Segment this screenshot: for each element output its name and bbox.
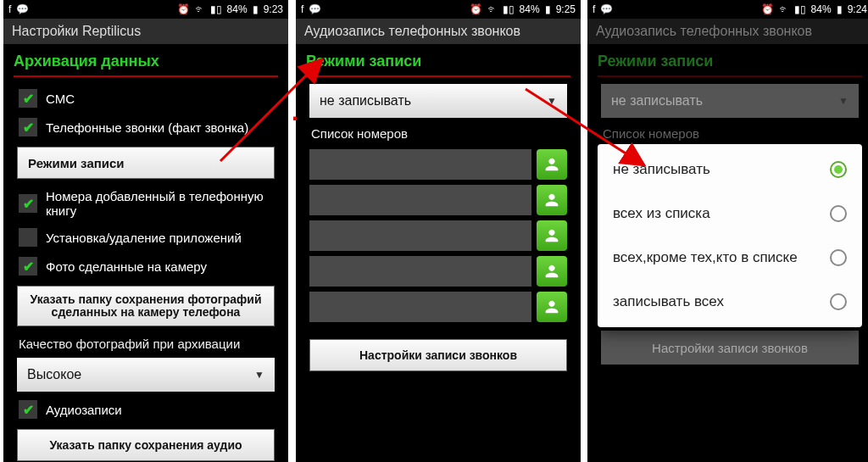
checkmark-icon: ✔ (19, 400, 37, 419)
radio-icon (830, 205, 847, 222)
number-row (309, 292, 567, 322)
checkbox-label: Аудиозаписи (46, 403, 122, 417)
option-label: всех из списка (613, 205, 710, 222)
number-input[interactable] (309, 292, 531, 322)
checkmark-icon: ✔ (19, 257, 37, 276)
facebook-icon: f (593, 3, 595, 15)
signal-icon: ▮▯ (503, 3, 515, 15)
section-title: Режими записи (296, 44, 581, 75)
number-input[interactable] (309, 256, 531, 287)
number-input[interactable] (309, 149, 531, 180)
select-value: не записывать (320, 93, 411, 109)
record-mode-popup: не записывать всех из списка всех,кроме … (598, 144, 862, 327)
pick-contact-button[interactable] (537, 292, 567, 322)
facebook-icon: f (301, 3, 303, 15)
button-label: Настройки записи звонков (652, 341, 808, 355)
chat-icon: 💬 (600, 3, 613, 15)
section-title: Архивация данных (3, 44, 288, 75)
pick-contact-button[interactable] (537, 256, 567, 287)
facebook-icon: f (8, 3, 11, 15)
radio-icon (830, 293, 847, 310)
alarm-icon: ⏰ (470, 3, 482, 15)
battery-text: 84% (520, 3, 540, 15)
number-row (309, 149, 567, 180)
checkbox-calls[interactable]: ✔ Телефонные звонки (факт звонка) (3, 113, 288, 142)
contact-icon (542, 226, 561, 245)
battery-icon: ▮ (545, 3, 551, 15)
contact-icon (542, 262, 561, 281)
checkmark-icon: ✔ (19, 118, 37, 136)
chevron-down-icon: ▼ (254, 369, 264, 381)
radio-icon (830, 249, 847, 266)
number-input[interactable] (309, 185, 531, 215)
app-title: Аудиозапись телефонных звонков (296, 19, 581, 44)
audio-folder-button[interactable]: Указать папку сохранения аудио (17, 429, 275, 461)
option-label: всех,кроме тех,кто в списке (613, 249, 798, 266)
number-row (309, 220, 567, 251)
battery-text: 84% (811, 3, 832, 15)
wifi-icon: ᯤ (487, 3, 498, 15)
quality-select[interactable]: Высокое ▼ (17, 358, 275, 392)
alarm-icon: ⏰ (177, 3, 190, 15)
number-row (309, 256, 567, 287)
photo-folder-button[interactable]: Указать папку сохранения фотографий сдел… (17, 286, 275, 326)
checkbox-audio[interactable]: ✔ Аудиозаписи (3, 395, 288, 424)
call-settings-button[interactable]: Настройки записи звонков (601, 331, 859, 365)
app-title: Аудиозапись телефонных звонков (587, 19, 868, 44)
status-bar: f 💬 ⏰ ᯤ ▮▯ 84% ▮ 9:23 (3, 0, 288, 19)
divider (306, 75, 570, 77)
checkmark-icon: ✔ (19, 194, 37, 213)
battery-icon: ▮ (253, 3, 259, 15)
button-label: Указать папку сохранения фотографий сдел… (28, 293, 264, 320)
option-record-all[interactable]: записывать всех (598, 280, 862, 324)
button-label: Указать папку сохранения аудио (49, 438, 242, 452)
option-label: записывать всех (613, 293, 724, 310)
section-title: Режими записи (587, 44, 868, 75)
signal-icon: ▮▯ (794, 3, 806, 15)
status-bar: f 💬 ⏰ ᯤ ▮▯ 84% ▮ 9:25 (296, 0, 581, 19)
checkbox-apps[interactable]: ✔ Установка/удаление приложений (3, 223, 288, 252)
checkbox-label: Установка/удаление приложений (46, 231, 242, 245)
phone-screen-2: f 💬 ⏰ ᯤ ▮▯ 84% ▮ 9:25 Аудиозапись телефо… (296, 0, 581, 462)
clock: 9:24 (848, 3, 867, 15)
select-value: Высокое (27, 367, 81, 382)
numbers-list-label: Список номеров (587, 121, 868, 144)
checkbox-photos[interactable]: ✔ Фото сделанные на камеру (3, 252, 288, 281)
button-label: Настройки записи звонков (359, 348, 517, 362)
checkbox-label: Номера добавленный в телефонную книгу (46, 189, 273, 218)
checkbox-label: Фото сделанные на камеру (46, 259, 207, 274)
chevron-down-icon: ▼ (838, 95, 849, 107)
radio-icon (830, 161, 847, 178)
phone-screen-1: f 💬 ⏰ ᯤ ▮▯ 84% ▮ 9:23 Настройки Reptilic… (3, 0, 288, 462)
record-modes-button[interactable]: Режими записи (17, 147, 275, 179)
contact-icon (542, 155, 561, 174)
contact-icon (542, 298, 561, 316)
pick-contact-button[interactable] (537, 149, 567, 180)
checkbox-contacts[interactable]: ✔ Номера добавленный в телефонную книгу (3, 184, 288, 223)
button-label: Режими записи (28, 156, 125, 170)
wifi-icon: ᯤ (779, 3, 789, 15)
chat-icon: 💬 (309, 3, 321, 15)
checkbox-label: СМС (46, 92, 75, 106)
option-all-list[interactable]: всех из списка (598, 192, 862, 236)
call-settings-button[interactable]: Настройки записи звонков (309, 339, 567, 371)
option-label: не записывать (613, 161, 710, 178)
select-value: не записывать (611, 93, 703, 109)
number-input[interactable] (309, 220, 531, 251)
clock: 9:25 (556, 3, 576, 15)
checkbox-sms[interactable]: ✔ СМС (3, 84, 288, 113)
battery-icon: ▮ (837, 3, 843, 15)
pick-contact-button[interactable] (537, 185, 567, 215)
checkbox-label: Телефонные звонки (факт звонка) (46, 120, 248, 135)
alarm-icon: ⏰ (761, 3, 774, 15)
signal-icon: ▮▯ (210, 3, 222, 15)
checkmark-icon: ✔ (19, 228, 37, 247)
record-mode-select[interactable]: не записывать ▼ (309, 84, 567, 118)
option-except-list[interactable]: всех,кроме тех,кто в списке (598, 236, 862, 280)
option-no-record[interactable]: не записывать (598, 148, 862, 192)
pick-contact-button[interactable] (537, 220, 567, 251)
clock: 9:23 (264, 3, 283, 15)
app-title: Настройки Reptilicus (3, 19, 288, 44)
numbers-list-label: Список номеров (296, 121, 581, 144)
record-mode-select[interactable]: не записывать ▼ (601, 84, 859, 118)
